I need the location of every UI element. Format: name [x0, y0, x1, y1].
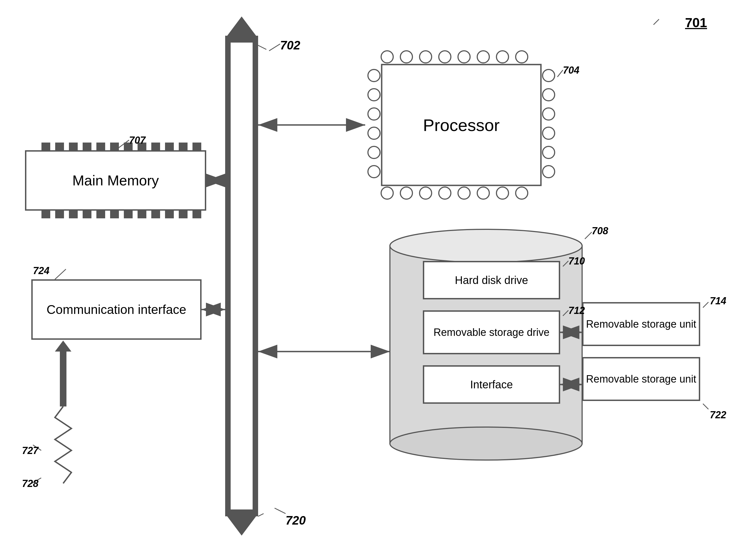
label-714: 714	[710, 295, 726, 307]
hard-disk-label: Hard disk drive	[455, 274, 528, 286]
svg-point-36	[420, 51, 432, 63]
label-704: 704	[563, 65, 579, 76]
svg-point-16	[390, 427, 582, 460]
svg-line-28	[563, 261, 568, 266]
label-724: 724	[33, 265, 50, 277]
svg-point-47	[477, 187, 489, 199]
svg-line-8	[258, 45, 266, 50]
svg-rect-20	[60, 352, 67, 406]
processor-box: Processor	[365, 48, 557, 202]
comm-interface-label: Communication interface	[47, 302, 186, 317]
svg-point-51	[368, 89, 380, 101]
label-701: 701	[685, 15, 707, 30]
removable-storage-drive-box: Removable storage drive	[423, 310, 560, 354]
svg-line-29	[563, 310, 568, 316]
svg-point-34	[381, 51, 393, 63]
svg-point-39	[477, 51, 489, 63]
svg-line-23	[557, 70, 563, 77]
svg-point-53	[368, 127, 380, 139]
interface-label: Interface	[470, 378, 513, 391]
svg-point-40	[496, 51, 508, 63]
svg-line-9	[258, 514, 264, 516]
hard-disk-drive-box: Hard disk drive	[423, 261, 560, 299]
label-722: 722	[710, 409, 726, 421]
svg-line-30	[703, 302, 709, 308]
svg-point-48	[496, 187, 508, 199]
svg-point-35	[400, 51, 412, 63]
svg-point-44	[420, 187, 432, 199]
label-708: 708	[592, 225, 608, 237]
svg-point-37	[439, 51, 451, 63]
svg-line-31	[703, 404, 709, 409]
svg-marker-4	[225, 16, 258, 38]
svg-point-55	[368, 166, 380, 178]
label-707: 707	[129, 134, 146, 146]
removable-storage-drive-label: Removable storage drive	[434, 326, 549, 338]
svg-point-46	[458, 187, 470, 199]
main-memory-label: Main Memory	[73, 172, 159, 189]
diagram: 701 702 720 Main Memory 707 Commun	[0, 0, 740, 560]
label-710: 710	[568, 256, 585, 267]
svg-point-59	[543, 127, 555, 139]
svg-line-26	[275, 508, 286, 514]
label-728: 728	[22, 478, 38, 489]
svg-point-43	[400, 187, 412, 199]
svg-point-42	[381, 187, 393, 199]
svg-point-60	[543, 147, 555, 159]
svg-point-52	[368, 108, 380, 120]
main-memory-box: Main Memory	[25, 150, 206, 211]
label-712: 712	[568, 305, 585, 316]
svg-marker-19	[55, 341, 71, 352]
removable-storage-unit-1-box: Removable storage unit	[582, 302, 700, 346]
removable-unit-2-label: Removable storage unit	[586, 373, 696, 385]
svg-point-38	[458, 51, 470, 63]
svg-line-27	[585, 232, 592, 239]
removable-unit-1-label: Removable storage unit	[586, 318, 696, 330]
interface-box: Interface	[423, 365, 560, 404]
svg-rect-6	[225, 36, 258, 516]
removable-storage-unit-2-box: Removable storage unit	[582, 357, 700, 401]
label-720: 720	[286, 514, 306, 527]
svg-point-61	[543, 166, 555, 178]
svg-rect-7	[230, 42, 253, 509]
comm-interface-box: Communication interface	[31, 279, 201, 340]
svg-marker-5	[225, 514, 258, 536]
svg-line-24	[653, 19, 659, 25]
svg-line-22	[55, 269, 66, 279]
svg-point-45	[439, 187, 451, 199]
svg-point-54	[368, 147, 380, 159]
svg-line-25	[269, 44, 280, 51]
svg-point-49	[516, 187, 528, 199]
svg-point-57	[543, 89, 555, 101]
svg-point-56	[543, 70, 555, 82]
svg-point-58	[543, 108, 555, 120]
svg-point-50	[368, 70, 380, 82]
svg-point-41	[516, 51, 528, 63]
label-727: 727	[22, 445, 38, 456]
label-702: 702	[280, 38, 300, 52]
svg-point-15	[390, 229, 582, 262]
processor-label: Processor	[423, 115, 499, 135]
